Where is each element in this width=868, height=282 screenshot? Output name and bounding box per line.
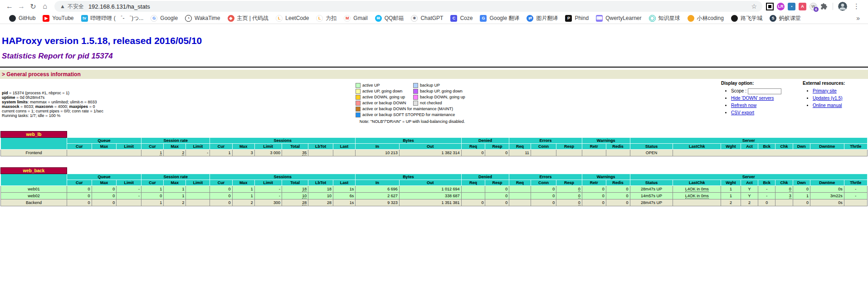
back-icon[interactable]: ← — [4, 1, 15, 12]
column-subheader: Act — [741, 180, 758, 186]
menu-kebab-icon[interactable]: ⋮ — [850, 2, 863, 10]
bookmark-item[interactable]: S蚂蚁课堂 — [766, 14, 805, 23]
legend-label: active UP — [361, 83, 412, 88]
stat-cell: 0 — [606, 199, 630, 206]
stat-cell: 10 213 — [356, 150, 400, 156]
stat-cell: 3m22s — [810, 193, 844, 199]
bookmark-star-icon[interactable]: ☆ — [751, 3, 757, 10]
legend-swatch — [412, 88, 419, 94]
bookmark-item[interactable]: GitHub — [5, 14, 39, 23]
bookmark-item[interactable]: ⌨QwertyLearner — [592, 14, 645, 23]
column-subheader: LbTot — [308, 144, 333, 150]
scope-input[interactable] — [748, 88, 781, 94]
stats-tables: web_lbQueueSession rateSessionsBytesDeni… — [0, 131, 868, 206]
bookmark-item[interactable]: LLeetCode — [272, 14, 312, 23]
external-resource-item: Updates (v1.5) — [813, 95, 868, 102]
proxy-name-link[interactable]: web_lb — [1, 131, 67, 138]
haproxy-version-link[interactable]: HAProxy version 1.5.18, released 2016/05… — [2, 36, 868, 46]
column-group-header: Bytes — [356, 174, 461, 180]
display-option-link[interactable]: Hide 'DOWN' servers — [731, 96, 774, 101]
bookmark-item[interactable]: ✉QQ邮箱 — [371, 14, 408, 23]
column-subheader: Cur — [141, 144, 164, 150]
column-group-header: Sessions — [210, 138, 356, 144]
stat-cell: 0s — [810, 199, 844, 206]
column-subheader: Req — [509, 180, 531, 186]
bookmark-item[interactable]: ⇄图片翻译 — [523, 14, 561, 23]
legend-label: backup DOWN, going up — [419, 94, 470, 100]
display-option-panel: Display option: Scope : Hide 'DOWN' serv… — [721, 81, 803, 117]
stat-cell: - — [758, 193, 775, 199]
extension-black-square[interactable] — [766, 3, 774, 10]
security-label: 不安全 — [68, 3, 84, 10]
column-subheader: LastChk — [673, 180, 721, 186]
bookmark-item[interactable]: MGmail — [340, 14, 371, 23]
bookmark-item[interactable]: ◔WakaTime — [181, 14, 224, 23]
bookmark-item[interactable]: PPhind — [561, 14, 592, 23]
profile-avatar[interactable] — [838, 2, 847, 11]
stat-cell: 1 — [232, 186, 254, 193]
bookmark-item[interactable]: GGoogle 翻译 — [476, 14, 523, 23]
stat-cell: 11 — [509, 150, 531, 156]
bookmark-item[interactable]: 小林coding — [684, 14, 727, 23]
stat-cell — [673, 150, 868, 156]
extensions-puzzle-icon[interactable] — [820, 3, 828, 10]
bookmark-label: QQ邮箱 — [385, 15, 404, 22]
bookmark-item[interactable]: tv哔哩哔哩 ( ゜- ゜)つ... — [78, 14, 147, 23]
stat-cell: 3 — [775, 193, 793, 199]
reload-icon[interactable]: ↻ — [27, 1, 39, 12]
column-group-header: Warnings — [582, 174, 630, 180]
report-subtitle: Statistics Report for pid 15374 — [2, 52, 868, 61]
stat-cell — [333, 150, 355, 156]
site-security-chip[interactable]: ▲ 不安全 — [60, 3, 84, 10]
stat-cell: 0 — [582, 199, 606, 206]
stat-cell: 0 — [485, 193, 509, 199]
stat-cell — [606, 150, 630, 156]
stat-cell — [186, 199, 210, 206]
bookmark-favicon: ✉ — [375, 15, 382, 22]
bookmark-favicon: S — [770, 15, 776, 22]
bookmark-item[interactable]: GGoogle — [147, 14, 181, 23]
extension-translate[interactable]: A — [799, 3, 806, 10]
extension-blue-square[interactable]: ▪ — [788, 3, 795, 10]
bookmark-item[interactable]: ◯知识星球 — [645, 14, 684, 23]
bookmark-item[interactable]: ✳ChatGPT — [407, 14, 447, 23]
bookmark-favicon: C — [450, 15, 457, 22]
stat-cell: 0 — [556, 199, 582, 206]
stat-cell: 0 — [793, 186, 810, 193]
legend-swatch — [355, 112, 361, 118]
bookmark-favicon: ⌨ — [596, 15, 603, 22]
stat-cell: - — [186, 150, 210, 156]
display-option-link[interactable]: Refresh now — [731, 103, 756, 108]
column-subheader: Resp — [485, 180, 509, 186]
address-bar[interactable]: ▲ 不安全 192.168.6.131/ha_stats ☆ — [54, 1, 762, 12]
bookmark-label: 力扣 — [326, 15, 336, 22]
stat-cell: 2 — [232, 199, 254, 206]
column-subheader: Total — [282, 180, 308, 186]
section-general-process-info: > General process information — [0, 70, 868, 79]
stat-cell: - — [844, 193, 867, 199]
bookmark-item[interactable]: ▶YouTube — [39, 14, 77, 23]
home-icon[interactable]: ⌂ — [39, 1, 51, 12]
external-resource-link[interactable]: Updates (v1.5) — [813, 96, 843, 101]
stat-cell — [531, 150, 556, 156]
bookmark-item[interactable]: 路飞学城 — [727, 14, 766, 23]
column-subheader: Limit — [117, 180, 141, 186]
proxy-name-link[interactable]: web_back — [1, 168, 67, 174]
bookmark-label: Phind — [575, 15, 589, 21]
bookmark-item[interactable]: L力扣 — [312, 14, 340, 23]
display-option-link[interactable]: CSV export — [731, 110, 754, 115]
extension-w-badge[interactable]: W6 — [809, 3, 817, 10]
bookmark-label: Coze — [460, 15, 473, 21]
forward-icon[interactable]: → — [15, 1, 27, 12]
extension-purple-circle[interactable]: LR — [777, 3, 785, 10]
external-resource-link[interactable]: Online manual — [813, 103, 842, 108]
column-subheader-row: CurMaxLimitCurMaxLimitCurMaxLimitTotalLb… — [1, 144, 868, 150]
bookmark-favicon: ⇄ — [527, 15, 533, 22]
more-bookmarks-chevron[interactable]: » — [853, 15, 863, 22]
info-row: pid = 15374 (process #1, nbproc = 1)upti… — [0, 81, 868, 124]
bookmark-item[interactable]: CCoze — [447, 14, 476, 23]
stat-cell: 0 — [485, 199, 509, 206]
legend-label: active UP, going down — [361, 88, 412, 94]
external-resource-link[interactable]: Primary site — [813, 88, 837, 93]
bookmark-item[interactable]: ◈主页 | 代码战 — [224, 14, 273, 23]
